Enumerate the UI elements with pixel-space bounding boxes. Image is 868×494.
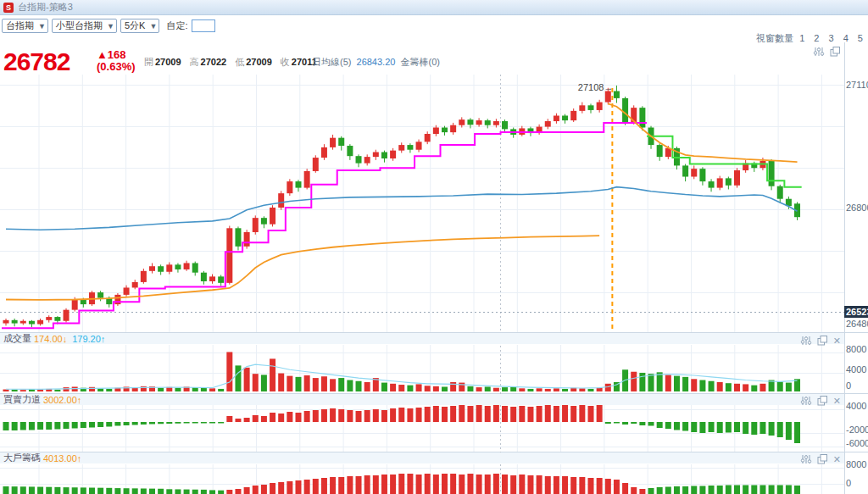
close-icon[interactable]: ✕ [833, 397, 841, 405]
chart-canvas[interactable]: 27110268008000400004000-2000-60008000026… [0, 0, 868, 494]
close-icon[interactable]: ✕ [833, 336, 841, 345]
power-panel-icons: ✕ [800, 396, 841, 406]
chips-panel-icons: ✕ [800, 454, 841, 464]
volume-value-1: 174.00↓ [34, 334, 67, 344]
restore-window-icon[interactable] [817, 454, 828, 464]
price-badge: 2652326480 [844, 306, 868, 329]
svg-text:4000: 4000 [846, 364, 866, 375]
blue-ma-line [6, 187, 798, 230]
indicator-settings-icon[interactable] [813, 47, 825, 57]
orange-daily-ma-day1 [6, 236, 599, 300]
svg-text:4000: 4000 [846, 401, 866, 411]
svg-text:0: 0 [846, 478, 851, 488]
restore-window-icon[interactable] [817, 336, 828, 346]
indicator-settings-icon[interactable] [800, 454, 812, 464]
trading-app-window: { "window": {"title": "台指期-策略3", "logo":… [0, 0, 868, 494]
volume-panel-header: 成交量 174.00↓ 179.20↑ [0, 333, 844, 344]
svg-text:27110: 27110 [846, 80, 868, 90]
power-panel-header: 買賣力道 3002.00↑ [0, 394, 844, 405]
restore-window-icon[interactable] [817, 396, 828, 406]
svg-text:8000: 8000 [846, 344, 866, 354]
power-bars [3, 405, 801, 443]
svg-text:-6000: -6000 [846, 438, 868, 448]
volume-panel-title: 成交量 [3, 332, 31, 345]
price-axis-labels: 27110268008000400004000-2000-600080000 [846, 80, 868, 488]
indicator-settings-icon[interactable] [800, 336, 812, 346]
indicator-settings-icon[interactable] [800, 396, 812, 406]
volume-panel-icons: ✕ [800, 336, 841, 346]
peak-annotation: 27108→ [578, 82, 614, 92]
main-chart-toolbar [813, 47, 841, 57]
svg-text:8000: 8000 [846, 459, 866, 469]
volume-bars [3, 352, 801, 391]
chips-value: 4013.00↑ [43, 453, 81, 463]
orange-ma-1 [6, 236, 599, 300]
axis-label-below-badge: 26480 [846, 319, 868, 329]
chips-panel-title: 大戶籌碼 [3, 452, 41, 464]
svg-text:0: 0 [846, 380, 851, 391]
svg-text:26800: 26800 [846, 203, 868, 213]
close-icon[interactable]: ✕ [833, 455, 841, 463]
candlesticks [3, 86, 801, 327]
blue-ma [6, 187, 798, 230]
chips-panel-header: 大戶籌碼 4013.00↑ [0, 452, 844, 463]
copy-window-icon[interactable] [830, 47, 841, 57]
svg-text:-2000: -2000 [846, 425, 868, 435]
peak-price-annotation: 27108→ [578, 82, 614, 92]
volume-value-2: 179.20↑ [72, 334, 105, 344]
power-panel-title: 買賣力道 [3, 393, 41, 406]
price-badge-value: 26523 [846, 307, 868, 317]
power-value: 3002.00↑ [43, 395, 81, 405]
